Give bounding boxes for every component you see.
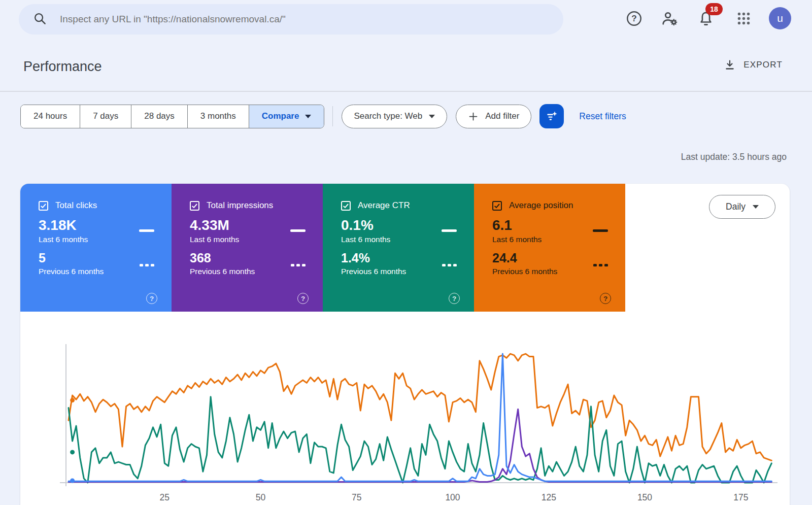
- checked-checkbox-icon[interactable]: [492, 201, 502, 211]
- current-value: 6.1: [492, 217, 608, 233]
- previous-period: Previous 6 months: [39, 267, 154, 276]
- ai-filter-button[interactable]: [539, 104, 564, 128]
- solid-line-legend-icon: [442, 229, 457, 232]
- range-28-days[interactable]: 28 days: [131, 105, 188, 128]
- chevron-down-icon: [429, 115, 435, 118]
- previous-value: 24.4: [492, 251, 608, 265]
- tile-average-ctr[interactable]: Average CTR 0.1% Last 6 months 1.4% Prev…: [323, 184, 474, 312]
- previous-value: 368: [190, 251, 306, 265]
- metric-tiles: Total clicks 3.18K Last 6 months 5 Previ…: [20, 184, 790, 312]
- reset-filters-link[interactable]: Reset filters: [579, 111, 626, 122]
- solid-line-legend-icon: [290, 229, 306, 232]
- add-filter-chip[interactable]: Add filter: [456, 105, 531, 128]
- filter-sparkle-icon: [545, 110, 558, 123]
- dashed-line-legend-icon: [291, 264, 306, 266]
- help-circle-icon[interactable]: ?: [449, 293, 460, 304]
- user-settings-icon: [661, 10, 679, 27]
- export-button[interactable]: EXPORT: [724, 59, 783, 71]
- previous-period: Previous 6 months: [190, 267, 306, 276]
- help-circle-icon[interactable]: ?: [146, 293, 157, 304]
- chevron-down-icon: [753, 205, 759, 209]
- help-circle-icon[interactable]: ?: [297, 293, 309, 304]
- notification-badge: 18: [705, 3, 723, 15]
- avatar[interactable]: u: [769, 7, 791, 29]
- last-update-status: Last update: 3.5 hours ago: [681, 152, 787, 162]
- url-inspect-input[interactable]: [60, 14, 527, 25]
- help-button[interactable]: ?: [626, 10, 642, 28]
- dashed-line-legend-icon: [593, 264, 608, 266]
- page-title: Performance: [23, 59, 102, 75]
- current-period: Last 6 months: [492, 235, 608, 244]
- svg-text:?: ?: [631, 13, 637, 23]
- current-period: Last 6 months: [341, 235, 457, 244]
- tile-label: Total clicks: [55, 200, 97, 211]
- tile-label: Average position: [509, 200, 573, 211]
- range-compare[interactable]: Compare: [249, 105, 324, 128]
- previous-period: Previous 6 months: [492, 267, 608, 276]
- svg-text:100: 100: [445, 492, 460, 502]
- svg-text:25: 25: [160, 492, 170, 502]
- tile-total-clicks[interactable]: Total clicks 3.18K Last 6 months 5 Previ…: [20, 184, 172, 312]
- help-icon: ?: [626, 10, 642, 27]
- range-7-days[interactable]: 7 days: [80, 105, 131, 128]
- google-apps-button[interactable]: [736, 11, 752, 28]
- date-range-group: 24 hours 7 days 28 days 3 months Compare: [20, 105, 324, 128]
- search-icon: [33, 12, 47, 27]
- range-3-months[interactable]: 3 months: [188, 105, 249, 128]
- notifications-button[interactable]: 18: [695, 3, 724, 30]
- current-period: Last 6 months: [39, 235, 154, 244]
- tile-label: Total impressions: [207, 200, 273, 211]
- solid-line-legend-icon: [593, 229, 608, 232]
- range-24-hours[interactable]: 24 hours: [21, 105, 80, 128]
- solid-line-legend-icon: [139, 229, 154, 232]
- granularity-dropdown[interactable]: Daily: [709, 195, 775, 219]
- svg-text:50: 50: [256, 492, 266, 502]
- dashed-line-legend-icon: [140, 264, 154, 266]
- search-type-chip[interactable]: Search type: Web: [342, 105, 447, 128]
- current-value: 0.1%: [341, 217, 457, 233]
- checked-checkbox-icon[interactable]: [190, 201, 199, 211]
- tile-label: Average CTR: [358, 200, 410, 211]
- svg-text:75: 75: [352, 492, 361, 502]
- apps-grid-icon: [736, 11, 752, 26]
- current-value: 3.18K: [39, 217, 154, 233]
- search-console-performance-page: ? 18 u: [0, 0, 812, 505]
- previous-period: Previous 6 months: [341, 267, 457, 276]
- checked-checkbox-icon[interactable]: [39, 201, 48, 211]
- performance-card: Total clicks 3.18K Last 6 months 5 Previ…: [20, 184, 790, 505]
- chevron-down-icon: [305, 115, 311, 118]
- svg-text:150: 150: [637, 492, 652, 502]
- export-label: EXPORT: [743, 60, 783, 70]
- plus-icon: [468, 111, 479, 122]
- dashed-line-legend-icon: [442, 264, 457, 266]
- tile-total-impressions[interactable]: Total impressions 4.33M Last 6 months 36…: [172, 184, 323, 312]
- previous-value: 1.4%: [341, 251, 457, 265]
- header-divider: [0, 91, 812, 92]
- help-circle-icon[interactable]: ?: [600, 293, 611, 304]
- performance-chart[interactable]: 255075100125150175: [20, 330, 790, 505]
- current-value: 4.33M: [190, 217, 306, 233]
- filter-bar: 24 hours 7 days 28 days 3 months Compare…: [20, 104, 626, 128]
- svg-text:125: 125: [542, 492, 556, 502]
- download-icon: [724, 59, 736, 71]
- tile-average-position[interactable]: Average position 6.1 Last 6 months 24.4 …: [474, 184, 625, 312]
- url-inspect-search[interactable]: [19, 4, 563, 35]
- current-period: Last 6 months: [190, 235, 306, 244]
- filter-divider: [332, 106, 333, 126]
- previous-value: 5: [39, 251, 154, 265]
- svg-text:175: 175: [733, 492, 748, 502]
- checked-checkbox-icon[interactable]: [341, 201, 351, 211]
- user-settings-button[interactable]: [661, 10, 679, 29]
